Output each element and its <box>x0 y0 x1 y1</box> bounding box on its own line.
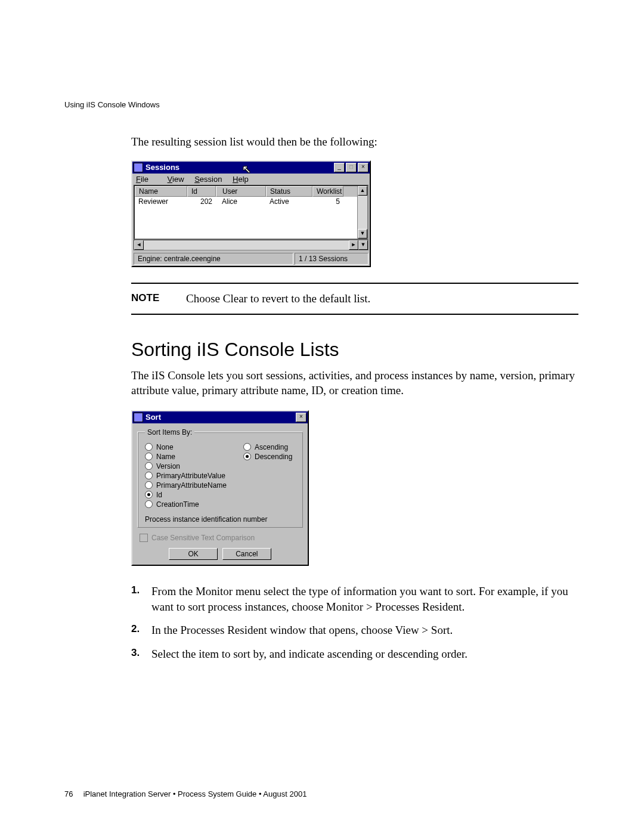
intro-paragraph-1: The resulting session list would then be… <box>131 134 578 150</box>
col-user[interactable]: User <box>216 186 266 197</box>
menu-file[interactable]: File <box>136 175 157 184</box>
close-button[interactable]: × <box>358 163 369 172</box>
fieldset-legend: Sort Items By: <box>145 428 194 436</box>
step-3: 3.Select the item to sort by, and indica… <box>131 646 578 662</box>
note-text: Choose Clear to revert to the default li… <box>186 292 370 305</box>
status-bar: Engine: centrale.ceengine 1 / 13 Session… <box>132 252 370 266</box>
radio-descending[interactable]: Descending <box>243 453 292 461</box>
window-title: Sort <box>145 413 295 422</box>
cell-id: 202 <box>187 197 216 206</box>
horizontal-scrollbar[interactable]: ◄ ► ▼ <box>134 240 369 250</box>
radio-id[interactable]: Id <box>145 491 227 499</box>
close-button[interactable]: × <box>296 413 306 422</box>
col-id[interactable]: Id <box>187 186 216 197</box>
cell-worklist: 5 <box>312 197 343 206</box>
radio-pan[interactable]: PrimaryAttributeName <box>145 481 227 490</box>
table-header: Name Id User Status Worklist <box>135 186 357 197</box>
note-box: NOTE Choose Clear to revert to the defau… <box>131 283 578 315</box>
window-title: Sessions <box>145 163 333 172</box>
sort-description: Process instance identification number <box>145 515 295 524</box>
cell-status: Active <box>266 197 312 206</box>
page-number: 76 <box>64 789 81 798</box>
sort-fieldset: Sort Items By: None Name Version Primary… <box>137 428 303 528</box>
titlebar: Sort × <box>132 411 308 423</box>
cancel-button[interactable]: Cancel <box>222 548 271 560</box>
sessions-table: Name Id User Status Worklist Reviewer 20… <box>134 185 369 240</box>
scroll-track[interactable] <box>358 196 367 229</box>
status-engine: Engine: centrale.ceengine <box>134 253 293 265</box>
status-sessions: 1 / 13 Sessions <box>295 253 369 265</box>
checkbox-icon <box>140 534 148 542</box>
scroll-right-icon[interactable]: ► <box>349 240 358 250</box>
minimize-button[interactable]: _ <box>334 163 345 172</box>
scroll-up-icon[interactable]: ▲ <box>358 186 367 196</box>
system-menu-icon[interactable] <box>134 413 143 422</box>
step-2: 2.In the Processes Resident window that … <box>131 623 578 638</box>
maximize-button[interactable]: □ <box>346 163 357 172</box>
radio-ctime[interactable]: CreationTime <box>145 500 227 509</box>
radio-none[interactable]: None <box>145 443 227 451</box>
col-worklist[interactable]: Worklist <box>312 186 343 197</box>
sort-dialog: Sort × Sort Items By: None Name Version … <box>131 410 309 566</box>
sort-order-group: Ascending Descending <box>243 442 292 509</box>
menu-session[interactable]: Session <box>194 175 222 184</box>
table-row[interactable]: Reviewer 202 Alice Active 5 <box>135 197 357 206</box>
case-sensitive-checkbox: Case Sensitive Text Comparison <box>140 534 303 542</box>
section-heading: Sorting iIS Console Lists <box>131 339 578 361</box>
cell-name: Reviewer <box>135 197 187 206</box>
radio-ascending[interactable]: Ascending <box>243 443 292 451</box>
titlebar: Sessions _ □ × ↖ <box>132 162 370 174</box>
running-head: Using iIS Console Windows <box>64 100 160 109</box>
cell-user: Alice <box>216 197 266 206</box>
steps-list: 1.From the Monitor menu select the type … <box>131 584 578 662</box>
note-label: NOTE <box>131 292 186 305</box>
scroll-down-icon[interactable]: ▼ <box>358 229 367 239</box>
system-menu-icon[interactable] <box>134 163 143 172</box>
footer-text: iPlanet Integration Server • Process Sys… <box>83 789 307 798</box>
sort-field-group: None Name Version PrimaryAttributeValue … <box>145 442 227 509</box>
menu-view[interactable]: View <box>168 175 184 184</box>
scroll-track-h[interactable] <box>144 240 349 250</box>
checkbox-label: Case Sensitive Text Comparison <box>151 534 255 542</box>
sessions-window: Sessions _ □ × ↖ File View Session Help … <box>131 160 371 267</box>
step-1: 1.From the Monitor menu select the type … <box>131 584 578 614</box>
section-intro: The iIS Console lets you sort sessions, … <box>131 368 578 398</box>
scroll-left-icon[interactable]: ◄ <box>134 240 144 250</box>
col-name[interactable]: Name <box>135 186 187 197</box>
radio-version[interactable]: Version <box>145 462 227 470</box>
menu-help[interactable]: Help <box>233 175 249 184</box>
menubar: File View Session Help <box>132 174 370 185</box>
page-footer: 76 iPlanet Integration Server • Process … <box>64 789 306 798</box>
radio-pav[interactable]: PrimaryAttributeValue <box>145 472 227 480</box>
ok-button[interactable]: OK <box>169 548 218 560</box>
col-status[interactable]: Status <box>266 186 312 197</box>
vertical-scrollbar[interactable]: ▲ ▼ <box>357 186 367 239</box>
scroll-corner: ▼ <box>358 240 368 250</box>
radio-name[interactable]: Name <box>145 453 227 461</box>
